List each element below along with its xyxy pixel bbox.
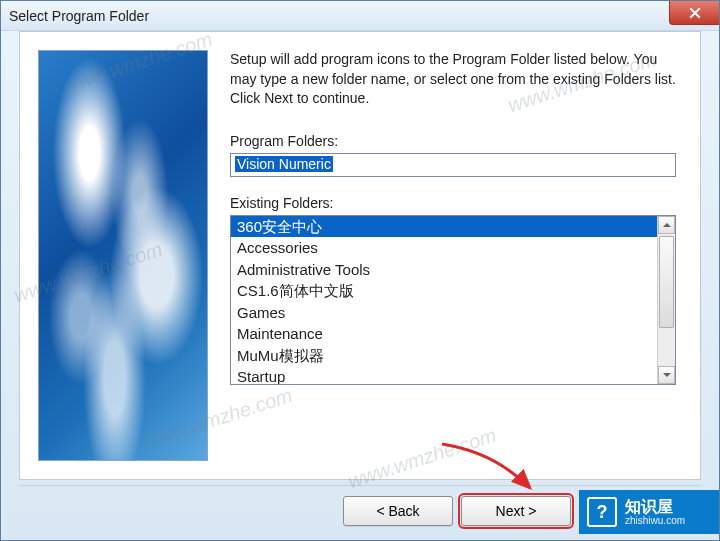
inner-panel: Setup will add program icons to the Prog… <box>19 31 701 480</box>
list-item[interactable]: Maintenance <box>231 323 657 345</box>
content-area: Setup will add program icons to the Prog… <box>1 31 719 540</box>
list-item[interactable]: Games <box>231 302 657 324</box>
site-badge: ? 知识屋 zhishiwu.com <box>579 490 719 534</box>
list-inner: 360安全中心 Accessories Administrative Tools… <box>231 216 657 384</box>
list-item[interactable]: CS1.6简体中文版 <box>231 280 657 302</box>
chevron-up-icon <box>663 222 671 228</box>
chevron-down-icon <box>663 372 671 378</box>
main-panel: Setup will add program icons to the Prog… <box>230 50 676 461</box>
scroll-down-button[interactable] <box>658 366 675 384</box>
next-button[interactable]: Next > <box>461 496 571 526</box>
list-item[interactable]: Administrative Tools <box>231 259 657 281</box>
badge-title: 知识屋 <box>625 499 685 515</box>
separator <box>19 485 701 486</box>
back-button[interactable]: < Back <box>343 496 453 526</box>
list-item[interactable]: Startup <box>231 366 657 384</box>
installer-window: Select Program Folder Setup will add pro… <box>0 0 720 541</box>
titlebar: Select Program Folder <box>1 1 719 31</box>
listbox-scrollbar[interactable] <box>657 216 675 384</box>
description-text: Setup will add program icons to the Prog… <box>230 50 676 109</box>
list-item[interactable]: Accessories <box>231 237 657 259</box>
program-folder-label: Program Folders: <box>230 133 676 149</box>
wizard-side-image <box>38 50 208 461</box>
list-item[interactable]: 360安全中心 <box>231 216 657 238</box>
question-icon: ? <box>587 497 617 527</box>
scroll-track[interactable] <box>658 234 675 366</box>
existing-folders-listbox[interactable]: 360安全中心 Accessories Administrative Tools… <box>230 215 676 385</box>
window-title: Select Program Folder <box>9 8 149 24</box>
existing-folders-label: Existing Folders: <box>230 195 676 211</box>
list-item[interactable]: MuMu模拟器 <box>231 345 657 367</box>
program-folder-value: Vision Numeric <box>235 156 333 172</box>
close-button[interactable] <box>669 1 719 25</box>
scroll-up-button[interactable] <box>658 216 675 234</box>
close-icon <box>689 7 701 19</box>
scroll-thumb[interactable] <box>659 236 674 328</box>
badge-subtitle: zhishiwu.com <box>625 515 685 526</box>
program-folder-input[interactable]: Vision Numeric <box>230 153 676 177</box>
